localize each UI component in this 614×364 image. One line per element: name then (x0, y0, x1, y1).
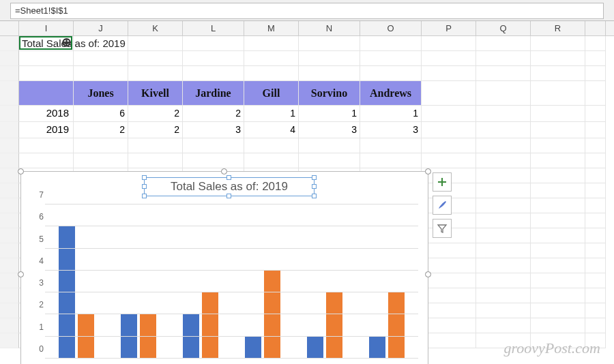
col-header[interactable]: R (531, 21, 585, 35)
col-header[interactable]: P (422, 21, 476, 35)
bar[interactable] (326, 292, 342, 359)
title-handle[interactable] (312, 175, 317, 180)
row-label[interactable]: 2018 (19, 106, 74, 122)
y-tick-label: 3 (29, 278, 44, 288)
bar[interactable] (388, 292, 405, 359)
bar[interactable] (369, 337, 385, 359)
grid-body[interactable]: Jones Kivell Jardine Gill Sorvino Andrew… (0, 36, 614, 364)
bar[interactable] (121, 314, 137, 359)
cell[interactable]: 4 (244, 122, 299, 138)
resize-handle[interactable] (425, 271, 431, 277)
chart-elements-button[interactable] (433, 172, 452, 192)
cell[interactable]: 6 (74, 106, 128, 122)
bar[interactable] (140, 314, 156, 359)
table-header[interactable]: Jardine (183, 81, 244, 106)
col-header[interactable]: Q (476, 21, 531, 35)
formula-bar[interactable]: =Sheet1!$I$1 (10, 3, 604, 19)
spreadsheet-grid[interactable]: I J K L M N O P Q R Jones Kivell (0, 20, 614, 364)
bar[interactable] (307, 337, 323, 359)
col-header[interactable]: M (244, 21, 299, 35)
col-header[interactable]: N (299, 21, 360, 35)
gridline (45, 336, 418, 337)
table-header[interactable]: Sorvino (299, 81, 360, 106)
title-handle[interactable] (312, 184, 317, 189)
bar[interactable] (78, 314, 94, 359)
cell[interactable]: 2 (74, 122, 128, 138)
y-tick-label: 2 (29, 300, 44, 309)
column-headers: I J K L M N O P Q R (0, 21, 614, 36)
gridline (45, 358, 418, 359)
chart-styles-button[interactable] (433, 196, 452, 215)
plus-icon (437, 177, 448, 187)
bar[interactable] (202, 292, 218, 359)
col-header[interactable]: J (74, 21, 128, 35)
funnel-icon (437, 223, 448, 234)
gridline (45, 248, 418, 249)
gridline (45, 226, 418, 226)
y-tick-label: 1 (29, 322, 44, 332)
plot-area[interactable]: 01234567 (45, 204, 418, 359)
cell[interactable] (19, 36, 74, 51)
watermark: groovyPost.com (503, 339, 600, 357)
paintbrush-icon (437, 200, 448, 211)
y-tick-label: 5 (29, 234, 44, 244)
col-header[interactable]: K (128, 21, 183, 35)
y-tick-label: 4 (29, 256, 44, 266)
cell[interactable]: 2 (183, 106, 244, 122)
cell[interactable]: 2 (128, 106, 183, 122)
cell[interactable]: 1 (360, 106, 422, 122)
resize-handle[interactable] (18, 271, 24, 277)
cell[interactable]: 3 (183, 122, 244, 138)
resize-handle[interactable] (18, 168, 24, 175)
title-handle[interactable] (142, 194, 147, 198)
chart-title[interactable]: Total Sales as of: 2019 (144, 177, 315, 196)
col-header[interactable]: I (19, 21, 74, 35)
chart-object[interactable]: Total Sales as of: 2019 01234567 JonesKi… (20, 171, 428, 364)
cell[interactable]: 2 (128, 122, 183, 138)
gridline (45, 270, 418, 271)
chart-title-text: Total Sales as of: 2019 (171, 180, 288, 193)
y-tick-label: 7 (29, 190, 44, 200)
cell[interactable]: 1 (244, 106, 299, 122)
title-handle[interactable] (142, 184, 147, 189)
table-header[interactable]: Andrews (360, 81, 422, 106)
cell[interactable]: 3 (360, 122, 422, 138)
bar[interactable] (183, 314, 199, 359)
title-handle[interactable] (312, 194, 317, 198)
title-handle[interactable] (226, 175, 231, 180)
table-header[interactable]: Jones (74, 81, 128, 106)
cell[interactable]: 3 (299, 122, 360, 138)
col-header[interactable]: L (183, 21, 244, 35)
bar[interactable] (245, 337, 261, 359)
chart-filter-button[interactable] (433, 219, 452, 238)
table-header[interactable]: Kivell (128, 81, 183, 106)
row-label[interactable]: 2019 (19, 122, 74, 138)
gridline (45, 292, 418, 292)
title-handle[interactable] (142, 175, 147, 180)
gridline (45, 204, 418, 204)
y-tick-label: 0 (29, 344, 44, 354)
table-header[interactable]: Gill (244, 81, 299, 106)
y-tick-label: 6 (29, 212, 44, 222)
cell[interactable]: 1 (299, 106, 360, 122)
cell[interactable] (74, 36, 128, 51)
resize-handle[interactable] (221, 168, 227, 175)
resize-handle[interactable] (425, 168, 431, 175)
gridline (45, 314, 418, 314)
title-handle[interactable] (226, 194, 231, 198)
col-header[interactable]: O (360, 21, 422, 35)
chart-side-buttons (433, 172, 452, 238)
